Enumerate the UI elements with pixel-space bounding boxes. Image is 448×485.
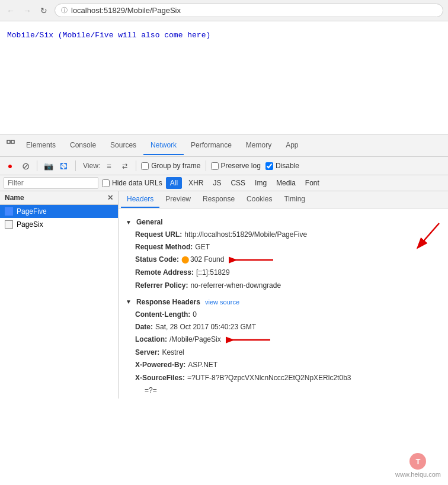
detail-value-content-length: 0	[193, 309, 197, 320]
hide-data-urls-checkbox[interactable]: Hide data URLs	[102, 179, 162, 187]
detail-key-method: Request Method:	[135, 242, 193, 253]
separator-2	[75, 160, 76, 171]
detail-key-location: Location:	[135, 334, 167, 346]
detail-value-referrer: no-referrer-when-downgrade	[190, 280, 281, 291]
details-tab-headers[interactable]: Headers	[121, 191, 159, 208]
detail-row-server: Server: Kestrel	[126, 346, 441, 359]
devtools-tab-bar: Elements Console Sources Network Perform…	[0, 134, 448, 157]
view-source-link[interactable]: view source	[205, 298, 239, 306]
details-tab-timing[interactable]: Timing	[278, 191, 311, 208]
filter-input[interactable]	[4, 177, 98, 189]
filter-type-img[interactable]: Img	[252, 178, 270, 188]
network-icon-bar: ● ⊘ 📷 ⛞ View: ≡ ⇄ Group by frame Preserv…	[0, 157, 448, 175]
camera-button[interactable]: 📷	[42, 159, 55, 172]
detail-row-status: Status Code: ⬤ 302 Found	[126, 253, 441, 266]
details-panel: Headers Preview Response Cookies Timing	[119, 191, 448, 399]
separator-4	[206, 160, 206, 171]
general-section-title: General	[126, 218, 441, 226]
detail-value-date: Sat, 28 Oct 2017 05:40:23 GMT	[155, 322, 256, 333]
devtools-panel: Elements Console Sources Network Perform…	[0, 134, 448, 399]
detail-key-server: Server:	[135, 347, 159, 358]
detail-row-remote: Remote Address: [::1]:51829	[126, 266, 441, 279]
record-button[interactable]: ●	[4, 159, 17, 172]
url-display: localhost:51829/Mobile/PageSix	[71, 6, 181, 15]
reload-button[interactable]: ↻	[38, 5, 50, 17]
details-tab-cookies[interactable]: Cookies	[241, 191, 278, 208]
devtools-tab-app[interactable]: App	[279, 136, 305, 155]
detail-key-status: Status Code:	[135, 254, 179, 266]
disable-cache-checkbox[interactable]: Disable	[265, 162, 299, 170]
detail-row-date: Date: Sat, 28 Oct 2017 05:40:23 GMT	[126, 321, 441, 333]
devtools-tab-performance[interactable]: Performance	[184, 136, 239, 155]
detail-key-content-length: Content-Length:	[135, 309, 190, 320]
detail-key-powered: X-Powered-By:	[135, 359, 185, 371]
page-text: Mobile/Six (Mobile/Five will also come h…	[7, 31, 210, 40]
separator-3	[136, 160, 136, 171]
svg-rect-0	[7, 140, 10, 143]
filter-toggle-button[interactable]: ⛞	[57, 159, 71, 172]
filter-type-xhr[interactable]: XHR	[185, 178, 206, 188]
filter-type-font[interactable]: Font	[302, 178, 322, 188]
detail-row-method: Request Method: GET	[126, 241, 441, 253]
detail-row-equals: =?=	[126, 384, 441, 397]
arrow-url	[401, 220, 442, 256]
detail-value-server: Kestrel	[162, 347, 184, 358]
separator-1	[37, 160, 37, 171]
detail-row-sourcefiles: X-SourceFiles: =?UTF-8?B?QzpcVXNlcnNccc2…	[126, 372, 441, 384]
arrow-status	[229, 254, 276, 266]
filter-row: Hide data URLs All XHR JS CSS Img Media …	[0, 175, 448, 191]
view-label: View:	[83, 162, 100, 170]
response-section-title: Response Headers view source	[126, 298, 441, 306]
close-x-button[interactable]: ✕	[107, 194, 113, 202]
requests-panel: Name ✕ PageFive PageSix	[0, 191, 119, 399]
details-tab-bar: Headers Preview Response Cookies Timing	[119, 191, 448, 208]
filter-type-all[interactable]: All	[166, 177, 182, 189]
svg-rect-1	[11, 140, 14, 143]
detail-row-location: Location: /Mobile/PageSix	[126, 333, 441, 346]
detail-value-location: /Mobile/PageSix	[169, 334, 221, 346]
detail-row-content-length: Content-Length: 0	[126, 309, 441, 321]
devtools-main-panel: Name ✕ PageFive PageSix Headers Preview	[0, 191, 448, 399]
details-tab-response[interactable]: Response	[197, 191, 241, 208]
browser-toolbar: ← → ↻ ⓘ localhost:51829/Mobile/PageSix	[0, 0, 448, 21]
details-body: General Request URL: http://localhost:51…	[119, 208, 448, 399]
devtools-tab-memory[interactable]: Memory	[239, 136, 279, 155]
detail-row-referrer: Referrer Policy: no-referrer-when-downgr…	[126, 280, 441, 292]
devtools-tab-sources[interactable]: Sources	[103, 136, 143, 155]
detail-row-powered: X-Powered-By: ASP.NET	[126, 359, 441, 371]
filter-type-js[interactable]: JS	[210, 178, 224, 188]
devtools-icon-picker[interactable]	[2, 134, 19, 156]
group-by-frame-checkbox[interactable]: Group by frame	[141, 162, 200, 170]
filter-type-media[interactable]: Media	[273, 178, 299, 188]
detail-row-url: Request URL: http://localhost:51829/Mobi…	[126, 229, 441, 241]
detail-value-powered: ASP.NET	[188, 359, 217, 371]
page-content-area: Mobile/Six (Mobile/Five will also come h…	[0, 21, 448, 134]
detail-equals: =?=	[135, 385, 157, 396]
arrow-location	[226, 334, 273, 346]
detail-key-sourcefiles: X-SourceFiles:	[135, 372, 185, 384]
requests-header: Name ✕	[0, 191, 118, 205]
preserve-log-checkbox[interactable]: Preserve log	[211, 162, 261, 170]
detail-value-status: 302 Found	[190, 254, 224, 266]
devtools-tab-console[interactable]: Console	[63, 136, 103, 155]
detail-value-url: http://localhost:51829/Mobile/PageFive	[184, 229, 307, 240]
request-item-pagesix[interactable]: PageSix	[0, 218, 118, 231]
forward-button[interactable]: →	[21, 5, 33, 17]
status-dot: ⬤	[181, 254, 189, 266]
detail-key-url: Request URL:	[135, 229, 182, 240]
devtools-tab-network[interactable]: Network	[143, 136, 184, 155]
detail-key-referrer: Referrer Policy:	[135, 280, 188, 291]
request-item-pagefive[interactable]: PageFive	[0, 205, 118, 218]
detail-key-remote: Remote Address:	[135, 267, 194, 278]
devtools-tab-elements[interactable]: Elements	[19, 136, 63, 155]
filter-type-css[interactable]: CSS	[228, 178, 248, 188]
clear-button[interactable]: ⊘	[19, 159, 32, 172]
address-bar: ⓘ localhost:51829/Mobile/PageSix	[55, 4, 443, 17]
view-grouped-button[interactable]: ⇄	[118, 159, 131, 172]
details-tab-preview[interactable]: Preview	[159, 191, 197, 208]
detail-value-remote: [::1]:51829	[196, 267, 230, 278]
back-button[interactable]: ←	[5, 5, 17, 17]
request-file-icon-2	[5, 220, 13, 229]
view-list-button[interactable]: ≡	[103, 159, 116, 172]
detail-key-date: Date:	[135, 322, 153, 333]
